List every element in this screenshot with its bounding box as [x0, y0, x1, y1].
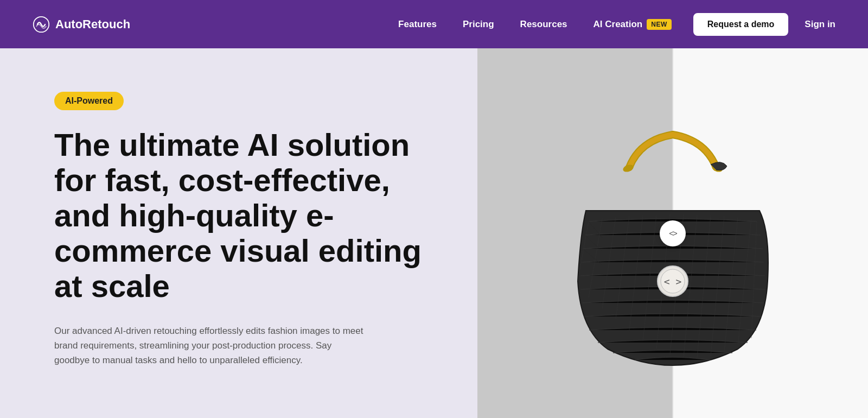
nav-links: Features Pricing Resources AI Creation N…: [398, 19, 672, 30]
nav-link-resources[interactable]: Resources: [520, 19, 567, 30]
nav-link-ai-creation[interactable]: AI Creation NEW: [593, 19, 672, 30]
new-badge: NEW: [647, 19, 672, 30]
ai-powered-badge: AI-Powered: [54, 92, 124, 110]
logo-text: AutoRetouch: [55, 17, 130, 31]
hero-right: < > <>: [477, 48, 868, 418]
nav-link-features[interactable]: Features: [398, 19, 437, 30]
logo[interactable]: AutoRetouch: [33, 16, 130, 33]
hero-left: AI-Powered The ultimate AI solution for …: [0, 48, 477, 418]
bag-svg: < >: [537, 113, 808, 384]
navbar: AutoRetouch Features Pricing Resources A…: [0, 0, 868, 48]
nav-link-pricing[interactable]: Pricing: [463, 19, 494, 30]
hero-description: Our advanced AI-driven retouching effort…: [54, 324, 369, 368]
hero-title: The ultimate AI solution for fast, cost-…: [54, 128, 445, 304]
compare-button[interactable]: <>: [660, 220, 686, 246]
sign-in-button[interactable]: Sign in: [805, 19, 835, 30]
product-image: < >: [537, 113, 808, 387]
request-demo-button[interactable]: Request a demo: [693, 13, 789, 36]
svg-text:< >: < >: [664, 276, 682, 287]
compare-arrows-icon: <>: [669, 229, 676, 238]
logo-icon: [33, 16, 50, 33]
hero-section: AI-Powered The ultimate AI solution for …: [0, 48, 868, 418]
